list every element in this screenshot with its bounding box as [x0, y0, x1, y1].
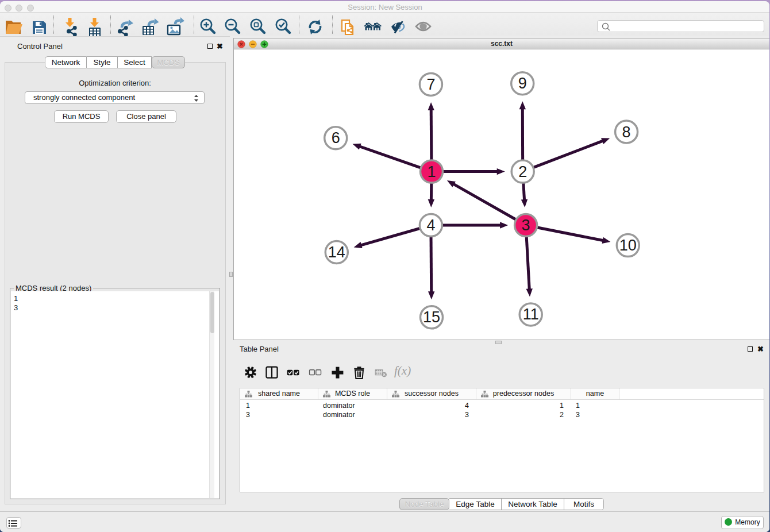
svg-text:10: 10 [619, 237, 637, 254]
svg-text:14: 14 [328, 244, 345, 261]
svg-text:3: 3 [522, 217, 530, 234]
svg-text:4: 4 [426, 217, 435, 234]
svg-text:8: 8 [622, 124, 631, 141]
svg-text:11: 11 [523, 306, 539, 323]
svg-text:6: 6 [332, 129, 340, 147]
svg-text:15: 15 [423, 309, 440, 326]
svg-text:9: 9 [518, 75, 527, 92]
svg-text:7: 7 [426, 76, 435, 93]
svg-text:1: 1 [427, 163, 436, 180]
svg-text:2: 2 [518, 163, 527, 180]
